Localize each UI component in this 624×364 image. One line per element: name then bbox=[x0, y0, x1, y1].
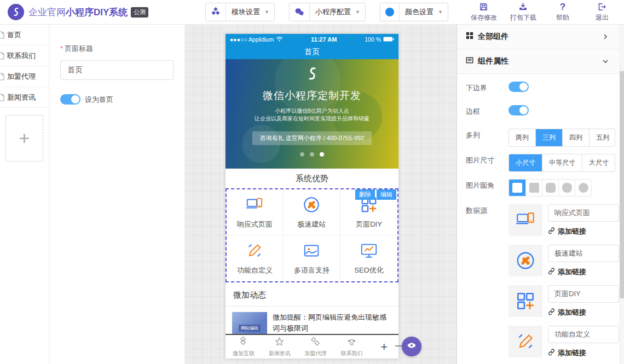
feature-cell[interactable]: 极速建站 bbox=[284, 189, 340, 235]
exit-icon bbox=[597, 2, 606, 12]
battery-label: 100 % bbox=[365, 36, 381, 43]
banner-carousel[interactable]: 微信小程序定制开发 小程序以微信8亿用户为切入点 让企业以及商家在短时间里实现提… bbox=[226, 59, 398, 169]
custom-function-icon bbox=[509, 326, 542, 357]
bottom-border-label: 下边界 bbox=[466, 82, 509, 93]
page-title-label: *页面标题 bbox=[60, 44, 174, 54]
menu-miniprogram-config[interactable]: 小程序配置 ▼ bbox=[289, 3, 366, 21]
page-icon bbox=[0, 52, 4, 61]
feature-cell[interactable]: SEO优化 bbox=[340, 235, 397, 281]
banner-subtitle-1: 小程序以微信8亿用户为切入点 bbox=[226, 107, 398, 115]
download-button[interactable]: 打包下载 bbox=[509, 2, 538, 22]
brand-logo-icon bbox=[8, 4, 24, 20]
save-button[interactable]: 保存修改 bbox=[470, 2, 498, 22]
datasource-name-input[interactable] bbox=[548, 245, 619, 262]
datasource-name-input[interactable] bbox=[548, 285, 619, 303]
radius-option-circle[interactable] bbox=[575, 180, 591, 196]
add-page-button[interactable]: + bbox=[5, 115, 43, 161]
columns-segmented-control: 两列 三列 四列 五列 bbox=[509, 129, 615, 147]
image-size-option-selected[interactable]: 小尺寸 bbox=[509, 154, 542, 171]
weijia-icon bbox=[238, 337, 249, 349]
border-label: 边框 bbox=[466, 105, 509, 117]
tab-weijia[interactable]: 微加互联 bbox=[226, 337, 262, 357]
news-section-heading: 微加动态 bbox=[226, 285, 398, 307]
app-title: 企业官网小程序DIY系统 bbox=[28, 6, 128, 19]
phone-preview: ●●●○○ Applidium 11:27 AM 100 % 首页 微信小程序定… bbox=[226, 34, 398, 359]
link-icon bbox=[548, 308, 555, 317]
radius-option-large[interactable] bbox=[558, 180, 575, 196]
all-components-header[interactable]: 全部组件 bbox=[457, 25, 624, 49]
add-link-button[interactable]: 添加链接 bbox=[548, 308, 619, 317]
image-size-segmented-control: 小尺寸 中等尺寸 大尺寸 bbox=[509, 154, 615, 172]
columns-option-selected[interactable]: 三列 bbox=[535, 129, 562, 146]
border-toggle[interactable] bbox=[509, 105, 529, 115]
radius-option-square-selected[interactable] bbox=[509, 180, 525, 196]
delete-component-button[interactable]: 删除 bbox=[355, 189, 375, 200]
multi-language-icon bbox=[302, 241, 321, 262]
chevron-down-icon bbox=[602, 58, 609, 65]
beta-badge: 公测 bbox=[131, 7, 148, 18]
carrier-label: ●●●○○ Applidium bbox=[230, 36, 274, 43]
image-size-option[interactable]: 大尺寸 bbox=[582, 154, 615, 171]
radius-option-medium[interactable] bbox=[542, 180, 558, 196]
exit-button[interactable]: 退出 bbox=[588, 2, 616, 22]
tab-news[interactable]: 新闻资讯 bbox=[262, 337, 298, 357]
edit-component-button[interactable]: 编辑 bbox=[377, 189, 396, 200]
design-canvas: ●●●○○ Applidium 11:27 AM 100 % 首页 微信小程序定… bbox=[184, 25, 457, 364]
carousel-dots[interactable] bbox=[226, 152, 398, 157]
phone-icon bbox=[346, 337, 357, 349]
page-icon bbox=[0, 73, 4, 82]
eye-icon bbox=[407, 340, 417, 353]
datasource-name-input[interactable] bbox=[548, 326, 619, 343]
datasource-item: 添加链接 bbox=[509, 245, 619, 277]
chevron-right-icon bbox=[602, 33, 609, 40]
page-title-input[interactable] bbox=[60, 60, 174, 80]
sidebar-item-franchise[interactable]: 加盟代理 bbox=[0, 66, 49, 87]
news-list-item[interactable]: 网站编辑 微加提醒：网页编辑应避免出现敏感词与极限词 bbox=[226, 307, 398, 334]
image-radius-control bbox=[509, 179, 592, 197]
banner-logo-icon bbox=[304, 74, 320, 84]
add-link-button[interactable]: 添加链接 bbox=[548, 227, 619, 236]
feature-cell[interactable]: 功能自定义 bbox=[227, 235, 284, 281]
columns-option[interactable]: 五列 bbox=[589, 129, 615, 146]
image-size-label: 图片尺寸 bbox=[466, 154, 509, 165]
phone-tabbar: 微加互联 新闻资讯 加盟代理 联系我们 + bbox=[226, 334, 398, 359]
properties-list-icon bbox=[466, 56, 473, 66]
feature-cell[interactable]: 响应式页面 bbox=[227, 189, 284, 235]
menu-color-settings[interactable]: 颜色设置 ▼ bbox=[380, 3, 448, 21]
sidebar-item-news[interactable]: 新闻资讯 bbox=[0, 87, 49, 108]
set-home-toggle[interactable] bbox=[60, 94, 80, 105]
preview-eye-button[interactable] bbox=[402, 337, 421, 356]
feature-grid-component[interactable]: 删除 编辑 响应式页面 极速建站 bbox=[226, 188, 398, 282]
link-icon bbox=[548, 268, 555, 276]
sidebar-item-contact[interactable]: 联系我们 bbox=[0, 45, 49, 66]
datasource-label: 数据源 bbox=[466, 204, 509, 216]
feature-cell[interactable]: 多语言支持 bbox=[284, 235, 340, 281]
datasource-list: 添加链接 添加链 bbox=[509, 204, 619, 364]
tab-franchise[interactable]: 加盟代理 bbox=[298, 337, 334, 357]
datasource-name-input[interactable] bbox=[548, 204, 619, 222]
battery-icon bbox=[383, 36, 394, 43]
menu-module-settings[interactable]: 模块设置 ▼ bbox=[205, 3, 275, 21]
scrollbar-thumb[interactable] bbox=[620, 71, 624, 298]
tab-contact[interactable]: 联系我们 bbox=[333, 337, 369, 357]
sidebar-item-home[interactable]: 首页 bbox=[0, 25, 49, 45]
component-properties-header[interactable]: 组件属性 bbox=[457, 49, 624, 74]
radius-option-slight[interactable] bbox=[525, 180, 542, 196]
header-actions: 保存修改 打包下载 ? 帮助 退出 bbox=[470, 2, 616, 22]
image-size-option[interactable]: 中等尺寸 bbox=[542, 154, 582, 171]
inspector-scrollbar[interactable] bbox=[620, 25, 624, 364]
bottom-border-toggle[interactable] bbox=[509, 82, 529, 92]
columns-option[interactable]: 四列 bbox=[562, 129, 589, 146]
columns-option[interactable]: 两列 bbox=[509, 129, 535, 146]
add-link-button[interactable]: 添加链接 bbox=[548, 348, 619, 358]
datasource-item: 添加链接 bbox=[509, 285, 619, 317]
page-icon bbox=[0, 94, 4, 103]
app-window: 企业官网小程序DIY系统 公测 模块设置 ▼ 小程序配置 ▼ 颜色设置 bbox=[0, 0, 624, 364]
save-icon bbox=[479, 2, 488, 12]
add-link-button[interactable]: 添加链接 bbox=[548, 267, 619, 277]
advantages-heading: 系统优势 bbox=[226, 169, 398, 188]
tabbar-add-button[interactable]: + bbox=[369, 340, 398, 354]
help-button[interactable]: ? 帮助 bbox=[548, 2, 577, 22]
help-icon: ? bbox=[560, 2, 565, 12]
clock-label: 11:27 AM bbox=[283, 36, 365, 43]
